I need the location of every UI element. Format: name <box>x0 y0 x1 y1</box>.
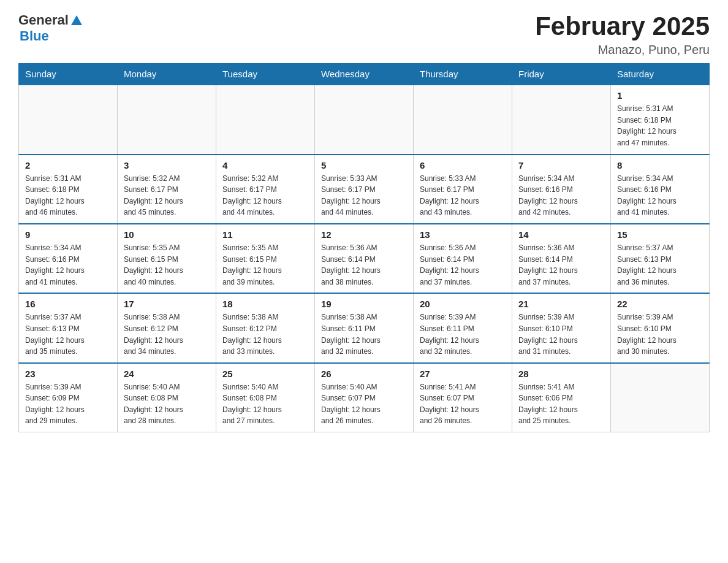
calendar-cell <box>216 85 315 154</box>
calendar-cell <box>315 85 414 154</box>
calendar-cell: 5Sunrise: 5:33 AM Sunset: 6:17 PM Daylig… <box>315 155 414 224</box>
day-number: 5 <box>321 160 407 170</box>
calendar-cell: 13Sunrise: 5:36 AM Sunset: 6:14 PM Dayli… <box>414 224 512 293</box>
weekday-header-sunday: Sunday <box>19 64 118 85</box>
day-info: Sunrise: 5:36 AM Sunset: 6:14 PM Dayligh… <box>518 242 604 288</box>
day-number: 28 <box>518 369 604 379</box>
weekday-header-monday: Monday <box>118 64 216 85</box>
day-info: Sunrise: 5:39 AM Sunset: 6:09 PM Dayligh… <box>25 381 111 427</box>
calendar-cell <box>19 85 118 154</box>
calendar-cell: 23Sunrise: 5:39 AM Sunset: 6:09 PM Dayli… <box>19 363 118 432</box>
calendar-cell: 14Sunrise: 5:36 AM Sunset: 6:14 PM Dayli… <box>512 224 611 293</box>
day-info: Sunrise: 5:41 AM Sunset: 6:07 PM Dayligh… <box>420 381 506 427</box>
day-info: Sunrise: 5:39 AM Sunset: 6:11 PM Dayligh… <box>420 312 506 357</box>
day-number: 8 <box>617 160 703 170</box>
svg-marker-0 <box>71 15 82 25</box>
day-info: Sunrise: 5:36 AM Sunset: 6:14 PM Dayligh… <box>420 242 506 288</box>
day-info: Sunrise: 5:40 AM Sunset: 6:07 PM Dayligh… <box>321 381 407 427</box>
logo: General Blue <box>18 12 83 44</box>
calendar-table: SundayMondayTuesdayWednesdayThursdayFrid… <box>18 63 710 432</box>
calendar-cell <box>512 85 611 154</box>
day-info: Sunrise: 5:34 AM Sunset: 6:16 PM Dayligh… <box>518 173 604 218</box>
calendar-cell: 25Sunrise: 5:40 AM Sunset: 6:08 PM Dayli… <box>216 363 315 432</box>
weekday-header-friday: Friday <box>512 64 611 85</box>
calendar-cell: 7Sunrise: 5:34 AM Sunset: 6:16 PM Daylig… <box>512 155 611 224</box>
weekday-header-tuesday: Tuesday <box>216 64 315 85</box>
day-number: 19 <box>321 299 407 309</box>
month-title: February 2025 <box>535 12 710 40</box>
day-info: Sunrise: 5:31 AM Sunset: 6:18 PM Dayligh… <box>25 173 111 218</box>
calendar-cell: 22Sunrise: 5:39 AM Sunset: 6:10 PM Dayli… <box>611 293 710 362</box>
calendar-cell: 18Sunrise: 5:38 AM Sunset: 6:12 PM Dayli… <box>216 293 315 362</box>
calendar-cell: 8Sunrise: 5:34 AM Sunset: 6:16 PM Daylig… <box>611 155 710 224</box>
logo-general: General <box>18 12 69 28</box>
calendar-cell: 10Sunrise: 5:35 AM Sunset: 6:15 PM Dayli… <box>118 224 216 293</box>
weekday-header-row: SundayMondayTuesdayWednesdayThursdayFrid… <box>19 64 710 85</box>
day-info: Sunrise: 5:39 AM Sunset: 6:10 PM Dayligh… <box>617 312 703 357</box>
title-section: February 2025 Manazo, Puno, Peru <box>535 12 710 57</box>
day-info: Sunrise: 5:33 AM Sunset: 6:17 PM Dayligh… <box>420 173 506 218</box>
day-number: 15 <box>617 229 703 240</box>
calendar-cell: 9Sunrise: 5:34 AM Sunset: 6:16 PM Daylig… <box>19 224 118 293</box>
calendar-cell: 1Sunrise: 5:31 AM Sunset: 6:18 PM Daylig… <box>611 85 710 154</box>
day-number: 16 <box>25 299 111 309</box>
day-number: 9 <box>25 229 111 240</box>
calendar-week-3: 9Sunrise: 5:34 AM Sunset: 6:16 PM Daylig… <box>19 224 710 293</box>
calendar-cell <box>414 85 512 154</box>
weekday-header-saturday: Saturday <box>611 64 710 85</box>
day-number: 25 <box>222 369 308 379</box>
calendar-cell: 4Sunrise: 5:32 AM Sunset: 6:17 PM Daylig… <box>216 155 315 224</box>
logo-arrow-icon <box>70 14 83 28</box>
day-number: 24 <box>124 369 210 379</box>
calendar-cell: 12Sunrise: 5:36 AM Sunset: 6:14 PM Dayli… <box>315 224 414 293</box>
logo-blue: Blue <box>20 28 49 44</box>
calendar-cell: 6Sunrise: 5:33 AM Sunset: 6:17 PM Daylig… <box>414 155 512 224</box>
day-number: 7 <box>518 160 604 170</box>
day-info: Sunrise: 5:34 AM Sunset: 6:16 PM Dayligh… <box>617 173 703 218</box>
calendar-cell: 28Sunrise: 5:41 AM Sunset: 6:06 PM Dayli… <box>512 363 611 432</box>
calendar-cell: 3Sunrise: 5:32 AM Sunset: 6:17 PM Daylig… <box>118 155 216 224</box>
calendar-cell: 27Sunrise: 5:41 AM Sunset: 6:07 PM Dayli… <box>414 363 512 432</box>
calendar-cell: 2Sunrise: 5:31 AM Sunset: 6:18 PM Daylig… <box>19 155 118 224</box>
day-number: 27 <box>420 369 506 379</box>
day-info: Sunrise: 5:39 AM Sunset: 6:10 PM Dayligh… <box>518 312 604 357</box>
day-info: Sunrise: 5:35 AM Sunset: 6:15 PM Dayligh… <box>222 242 308 288</box>
day-info: Sunrise: 5:36 AM Sunset: 6:14 PM Dayligh… <box>321 242 407 288</box>
weekday-header-wednesday: Wednesday <box>315 64 414 85</box>
calendar-cell: 21Sunrise: 5:39 AM Sunset: 6:10 PM Dayli… <box>512 293 611 362</box>
day-number: 2 <box>25 160 111 170</box>
calendar-cell <box>611 363 710 432</box>
day-number: 23 <box>25 369 111 379</box>
calendar-week-5: 23Sunrise: 5:39 AM Sunset: 6:09 PM Dayli… <box>19 363 710 432</box>
day-number: 4 <box>222 160 308 170</box>
page-header: General Blue February 2025 Manazo, Puno,… <box>18 12 710 57</box>
calendar-cell: 17Sunrise: 5:38 AM Sunset: 6:12 PM Dayli… <box>118 293 216 362</box>
day-number: 22 <box>617 299 703 309</box>
calendar-cell: 20Sunrise: 5:39 AM Sunset: 6:11 PM Dayli… <box>414 293 512 362</box>
day-info: Sunrise: 5:38 AM Sunset: 6:11 PM Dayligh… <box>321 312 407 357</box>
day-number: 1 <box>617 90 703 101</box>
day-number: 21 <box>518 299 604 309</box>
weekday-header-thursday: Thursday <box>414 64 512 85</box>
day-number: 18 <box>222 299 308 309</box>
day-number: 20 <box>420 299 506 309</box>
day-info: Sunrise: 5:38 AM Sunset: 6:12 PM Dayligh… <box>222 312 308 357</box>
day-info: Sunrise: 5:34 AM Sunset: 6:16 PM Dayligh… <box>25 242 111 288</box>
day-info: Sunrise: 5:37 AM Sunset: 6:13 PM Dayligh… <box>25 312 111 357</box>
calendar-cell: 19Sunrise: 5:38 AM Sunset: 6:11 PM Dayli… <box>315 293 414 362</box>
day-info: Sunrise: 5:38 AM Sunset: 6:12 PM Dayligh… <box>124 312 210 357</box>
day-info: Sunrise: 5:32 AM Sunset: 6:17 PM Dayligh… <box>222 173 308 218</box>
calendar-cell <box>118 85 216 154</box>
day-number: 26 <box>321 369 407 379</box>
day-number: 11 <box>222 229 308 240</box>
location: Manazo, Puno, Peru <box>535 43 710 57</box>
calendar-cell: 15Sunrise: 5:37 AM Sunset: 6:13 PM Dayli… <box>611 224 710 293</box>
day-info: Sunrise: 5:40 AM Sunset: 6:08 PM Dayligh… <box>222 381 308 427</box>
day-number: 13 <box>420 229 506 240</box>
day-number: 6 <box>420 160 506 170</box>
day-number: 10 <box>124 229 210 240</box>
day-info: Sunrise: 5:35 AM Sunset: 6:15 PM Dayligh… <box>124 242 210 288</box>
calendar-body: 1Sunrise: 5:31 AM Sunset: 6:18 PM Daylig… <box>19 85 710 432</box>
day-number: 12 <box>321 229 407 240</box>
day-number: 14 <box>518 229 604 240</box>
